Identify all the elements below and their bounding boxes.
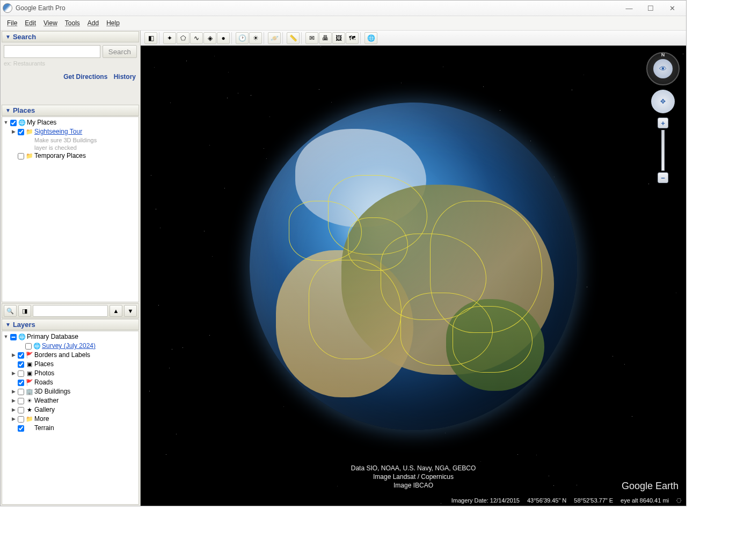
history-link[interactable]: History [114,73,136,81]
view-maps-button[interactable]: 🗺 [346,32,359,44]
menu-add[interactable]: Add [84,18,102,28]
places-header[interactable]: ▼Places [2,105,139,116]
temporary-places-label[interactable]: Temporary Places [34,151,86,161]
layer-item[interactable]: 🌐Survey (July 2024) [3,341,138,351]
print-button[interactable]: 🖶 [319,32,332,44]
folder-icon: 📁 [26,128,33,136]
expand-icon[interactable]: ▶ [11,414,16,424]
layer-item[interactable]: Terrain [3,424,138,433]
layer-item[interactable]: ▶🚩Borders and Labels [3,351,138,360]
expand-icon[interactable]: ▼ [3,118,9,127]
status-bar: Imagery Date: 12/14/2015 43°56'39.45" N … [451,497,682,504]
move-down-button[interactable]: ▼ [124,305,137,317]
layer-checkbox[interactable] [18,416,24,423]
zoom-in-button[interactable]: + [658,118,668,128]
close-button[interactable]: ✕ [665,3,680,13]
attribution: Data SIO, NOAA, U.S. Navy, NGA, GEBCO Im… [351,464,476,490]
zoom-out-button[interactable]: − [658,172,668,183]
layer-label[interactable]: 3D Buildings [34,387,70,396]
move-up-button[interactable]: ▲ [110,305,122,317]
pan-control[interactable]: ✥ [651,90,675,113]
layer-checkbox[interactable] [18,361,24,368]
sidebar-toggle-button[interactable]: ◧ [144,32,157,44]
ruler-button[interactable]: 📏 [287,32,300,44]
polygon-button[interactable]: ⬠ [177,32,189,44]
layers-header[interactable]: ▼Layers [2,319,139,330]
get-directions-link[interactable]: Get Directions [63,73,107,81]
layer-checkbox[interactable] [18,380,24,386]
menu-file[interactable]: File [4,18,20,28]
image-overlay-button[interactable]: ◈ [203,32,216,44]
layer-checkbox[interactable] [18,407,24,413]
layer-label[interactable]: More [34,414,49,424]
expand-icon[interactable]: ▶ [11,396,16,405]
menu-help[interactable]: Help [103,18,123,28]
sightseeing-link[interactable]: Sightseeing Tour [34,127,82,136]
layer-checkbox[interactable] [18,389,24,395]
menu-view[interactable]: View [40,18,61,28]
search-header[interactable]: ▼Search [2,31,139,42]
layer-item[interactable]: ▶▣Photos [3,369,138,378]
sightseeing-note: Make sure 3D Buildings [3,136,138,144]
layer-checkbox[interactable] [10,334,17,340]
places-tree[interactable]: ▼ 🌐 My Places ▶ 📁 Sightseeing Tour Make … [2,117,139,302]
placemark-button[interactable]: ✦ [163,32,176,44]
layer-label[interactable]: Places [34,360,54,369]
layer-checkbox[interactable] [18,352,24,359]
layer-checkbox[interactable] [25,343,32,350]
temporary-checkbox[interactable] [18,153,24,159]
search-input[interactable] [4,45,100,58]
layer-item[interactable]: ▶📁More [3,414,138,424]
layer-item[interactable]: ▣Places [3,360,138,369]
layers-tree[interactable]: ▼🌐Primary Database🌐Survey (July 2024)▶🚩B… [2,331,139,505]
compass-control[interactable]: N 👁 [646,52,680,85]
globe-button[interactable]: 🌐 [364,32,377,44]
menu-tools[interactable]: Tools [62,18,83,28]
layer-checkbox[interactable] [18,425,24,432]
layer-label[interactable]: Roads [34,378,53,387]
save-image-button[interactable]: 🖼 [332,32,345,44]
sightseeing-checkbox[interactable] [18,129,24,135]
zoom-slider[interactable] [661,130,665,171]
email-button[interactable]: ✉ [305,32,318,44]
expand-icon[interactable]: ▼ [3,332,9,341]
layer-label[interactable]: Photos [34,369,54,378]
layer-label[interactable]: Gallery [34,405,55,414]
layer-item[interactable]: ▶★Gallery [3,405,138,414]
minimize-button[interactable]: — [622,3,637,13]
look-control[interactable]: 👁 [653,59,673,78]
menubar: File Edit View Tools Add Help [1,16,686,31]
expand-icon[interactable]: ▶ [11,351,16,360]
expand-icon[interactable]: ▶ [11,127,16,136]
layer-checkbox[interactable] [18,370,24,377]
expand-icon[interactable]: ▶ [11,369,16,378]
earth-globe[interactable] [250,103,577,430]
layer-item[interactable]: ▼🌐Primary Database [3,332,138,341]
layer-label[interactable]: Weather [34,396,59,405]
menu-edit[interactable]: Edit [21,18,39,28]
layer-item[interactable]: ▶🏢3D Buildings [3,387,138,396]
sunlight-button[interactable]: ☀ [249,32,262,44]
maximize-button[interactable]: ☐ [643,3,658,13]
history-button[interactable]: 🕑 [236,32,249,44]
planet-button[interactable]: 🪐 [268,32,281,44]
layer-checkbox[interactable] [18,398,24,404]
layer-label[interactable]: Borders and Labels [34,351,90,360]
eye-altitude: eye alt 8640.41 mi [621,497,669,504]
layer-label[interactable]: Terrain [34,424,54,433]
expand-icon[interactable]: ▶ [11,405,16,414]
layer-item[interactable]: ▶☀Weather [3,396,138,405]
search-places-button[interactable]: 🔍 [4,305,17,317]
search-button[interactable]: Search [103,45,137,58]
layer-item[interactable]: 🚩Roads [3,378,138,387]
expand-icon[interactable]: ▶ [11,387,16,396]
my-places-checkbox[interactable] [10,120,17,126]
layer-label[interactable]: Primary Database [27,332,78,341]
my-places-label[interactable]: My Places [27,118,56,127]
record-tour-button[interactable]: ● [217,32,230,44]
opacity-slider[interactable] [33,305,108,317]
panel-toggle-button[interactable]: ◨ [18,305,31,317]
path-button[interactable]: ∿ [190,32,203,44]
layer-label[interactable]: Survey (July 2024) [42,341,96,351]
globe-viewport[interactable]: Data SIO, NOAA, U.S. Navy, NGA, GEBCO Im… [141,46,686,506]
